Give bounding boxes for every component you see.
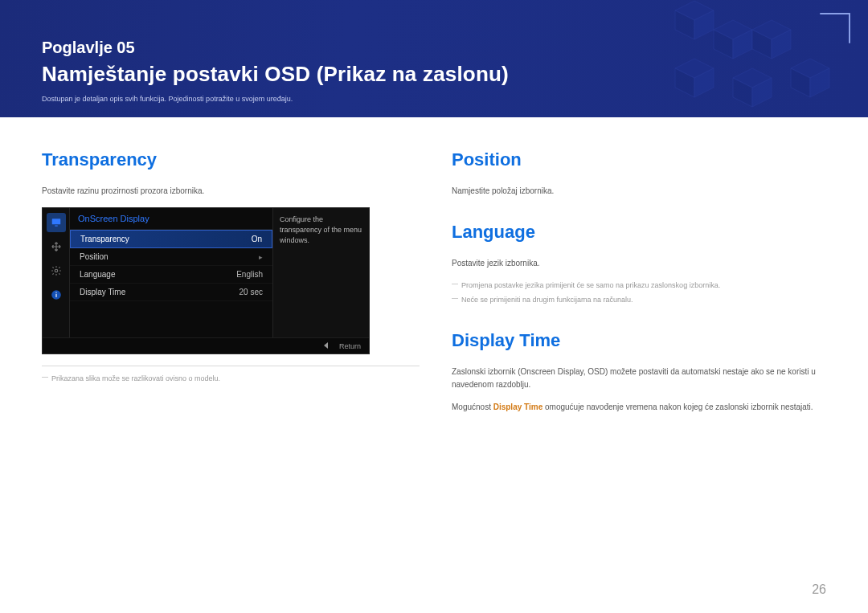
svg-rect-1 bbox=[55, 226, 58, 227]
transparency-body: Postavite razinu prozirnosti prozora izb… bbox=[42, 185, 420, 198]
divider bbox=[42, 366, 420, 366]
page-content: Transparency Postavite razinu prozirnost… bbox=[0, 117, 868, 423]
transparency-heading: Transparency bbox=[42, 149, 420, 170]
osd-sidebar bbox=[43, 208, 70, 337]
osd-row-value: English bbox=[236, 270, 263, 279]
displaytime-heading: Display Time bbox=[452, 330, 826, 351]
language-note-1: Promjena postavke jezika primijenit će s… bbox=[452, 280, 826, 291]
osd-row-value: On bbox=[252, 235, 262, 243]
osd-return-label: Return bbox=[339, 342, 361, 350]
osd-row-language: Language English bbox=[70, 266, 272, 284]
transparency-footnote: Prikazana slika može se razlikovati ovis… bbox=[42, 373, 420, 384]
osd-row-label: Transparency bbox=[80, 235, 129, 243]
displaytime-body-1: Zaslonski izbornik (Onscreen Display, OS… bbox=[452, 366, 826, 391]
osd-menu-title: OnScreen Display bbox=[70, 208, 272, 230]
osd-row-label: Display Time bbox=[80, 288, 125, 296]
text-span: omogućuje navođenje vremena nakon kojeg … bbox=[542, 403, 813, 411]
osd-help-text: Configure the transparency of the menu w… bbox=[272, 208, 369, 337]
triangle-left-icon bbox=[324, 342, 328, 349]
chapter-header: Poglavlje 05 Namještanje postavki OSD (P… bbox=[0, 0, 868, 117]
osd-row-label: Position bbox=[80, 252, 108, 261]
emphasis-text: Display Time bbox=[493, 403, 543, 411]
position-body: Namjestite položaj izbornika. bbox=[452, 185, 826, 198]
info-icon bbox=[47, 285, 66, 304]
text-span: Mogućnost bbox=[452, 403, 493, 411]
svg-rect-5 bbox=[55, 292, 56, 293]
chevron-right-icon: ▸ bbox=[259, 253, 263, 261]
language-note-2: Neće se primijeniti na drugim funkcijama… bbox=[452, 294, 826, 305]
osd-row-value: 20 sec bbox=[240, 288, 263, 296]
svg-rect-4 bbox=[55, 294, 56, 297]
osd-screenshot: OnScreen Display Transparency On Positio… bbox=[42, 207, 370, 354]
monitor-icon bbox=[47, 213, 66, 232]
osd-row-label: Language bbox=[80, 270, 116, 279]
language-body: Postavite jezik izbornika. bbox=[452, 257, 826, 270]
position-heading: Position bbox=[452, 149, 826, 170]
osd-footer: Return bbox=[43, 337, 369, 353]
gear-icon bbox=[47, 261, 66, 280]
chapter-subtitle: Dostupan je detaljan opis svih funkcija.… bbox=[42, 95, 826, 103]
move-icon bbox=[47, 237, 66, 256]
language-heading: Language bbox=[452, 222, 826, 243]
chapter-label: Poglavlje 05 bbox=[42, 39, 826, 57]
osd-row-displaytime: Display Time 20 sec bbox=[70, 284, 272, 301]
osd-row-position: Position ▸ bbox=[70, 248, 272, 266]
osd-menu: OnScreen Display Transparency On Positio… bbox=[70, 208, 272, 337]
right-column: Position Namjestite položaj izbornika. L… bbox=[452, 149, 826, 423]
osd-row-transparency: Transparency On bbox=[70, 230, 272, 248]
chapter-title: Namještanje postavki OSD (Prikaz na zasl… bbox=[42, 62, 826, 87]
page-number: 26 bbox=[812, 582, 826, 597]
displaytime-body-2: Mogućnost Display Time omogućuje navođen… bbox=[452, 401, 826, 414]
svg-rect-0 bbox=[51, 219, 60, 224]
left-column: Transparency Postavite razinu prozirnost… bbox=[42, 149, 420, 423]
svg-point-2 bbox=[55, 269, 58, 272]
